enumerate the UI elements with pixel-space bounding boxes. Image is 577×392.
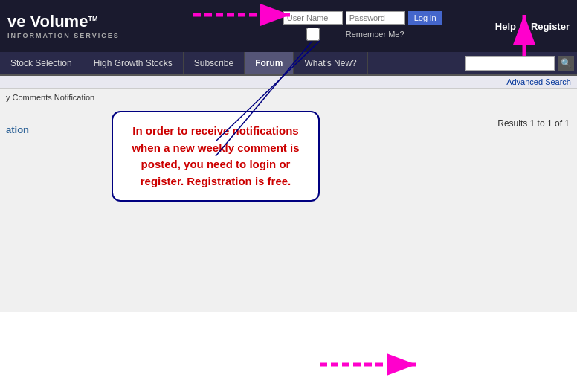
sidebar-item-high-growth[interactable]: High Growth Stocks bbox=[83, 52, 184, 74]
register-link[interactable]: Register bbox=[531, 21, 570, 32]
sidebar-item-subscribe[interactable]: Subscribe bbox=[184, 52, 245, 74]
remember-label: Remember Me? bbox=[346, 30, 404, 39]
advanced-search-bar: Advanced Search bbox=[0, 76, 577, 89]
breadcrumb: y Comments Notification bbox=[6, 93, 571, 102]
header: ve VolumeTM INFORMATION SERVICES Log in … bbox=[0, 0, 577, 52]
help-link[interactable]: Help bbox=[495, 21, 516, 32]
sidebar-item-forum[interactable]: Forum bbox=[245, 52, 294, 74]
sidebar-item-whats-new[interactable]: What's New? bbox=[294, 52, 367, 74]
remember-checkbox[interactable] bbox=[283, 28, 343, 41]
header-right: Help Register bbox=[495, 21, 570, 32]
login-button[interactable]: Log in bbox=[408, 11, 442, 25]
callout-box: In order to receive notifications when a… bbox=[112, 111, 320, 202]
password-input[interactable] bbox=[346, 11, 405, 25]
search-input[interactable] bbox=[465, 56, 555, 71]
content-area: y Comments Notification ation Results 1 … bbox=[0, 89, 577, 312]
login-row: Log in bbox=[283, 11, 442, 25]
remember-row: Remember Me? bbox=[283, 28, 404, 41]
navbar: Stock Selection High Growth Stocks Subsc… bbox=[0, 52, 577, 76]
logo-text: ve VolumeTM bbox=[7, 12, 120, 31]
results-text: Results 1 to 1 of 1 bbox=[497, 118, 570, 129]
login-area: Log in Remember Me? bbox=[283, 11, 442, 41]
search-box-nav: 🔍 bbox=[465, 52, 577, 74]
subscription-label: ation bbox=[6, 124, 29, 135]
sidebar-item-stock-selection[interactable]: Stock Selection bbox=[0, 52, 83, 74]
username-input[interactable] bbox=[283, 11, 343, 25]
search-button[interactable]: 🔍 bbox=[558, 56, 574, 71]
logo-subtitle: INFORMATION SERVICES bbox=[7, 32, 120, 40]
advanced-search-link[interactable]: Advanced Search bbox=[506, 77, 571, 86]
logo: ve VolumeTM INFORMATION SERVICES bbox=[7, 12, 120, 39]
